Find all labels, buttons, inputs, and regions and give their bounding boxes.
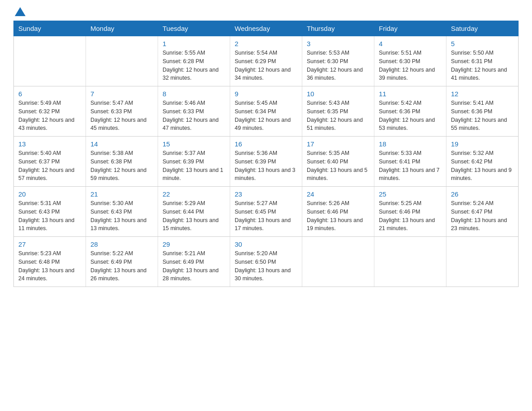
- day-cell: 7Sunrise: 5:47 AMSunset: 6:33 PMDaylight…: [86, 86, 158, 137]
- day-cell: 16Sunrise: 5:36 AMSunset: 6:39 PMDayligh…: [230, 137, 302, 187]
- day-info: Sunrise: 5:33 AMSunset: 6:41 PMDaylight:…: [379, 149, 442, 183]
- day-cell: [302, 237, 374, 287]
- day-number: 18: [379, 140, 442, 148]
- day-number: 3: [307, 40, 369, 47]
- day-info: Sunrise: 5:23 AMSunset: 6:48 PMDaylight:…: [18, 249, 81, 283]
- day-number: 2: [235, 40, 297, 47]
- day-cell: 10Sunrise: 5:43 AMSunset: 6:35 PMDayligh…: [302, 86, 374, 137]
- day-number: 15: [163, 140, 225, 148]
- day-cell: 18Sunrise: 5:33 AMSunset: 6:41 PMDayligh…: [374, 137, 446, 187]
- day-number: 12: [451, 90, 514, 98]
- day-info: Sunrise: 5:50 AMSunset: 6:31 PMDaylight:…: [451, 49, 514, 82]
- day-cell: 19Sunrise: 5:32 AMSunset: 6:42 PMDayligh…: [446, 137, 519, 187]
- day-cell: 4Sunrise: 5:51 AMSunset: 6:30 PMDaylight…: [374, 36, 446, 86]
- day-info: Sunrise: 5:55 AMSunset: 6:28 PMDaylight:…: [163, 49, 225, 82]
- day-cell: 14Sunrise: 5:38 AMSunset: 6:38 PMDayligh…: [86, 137, 158, 187]
- day-number: 19: [451, 140, 514, 148]
- day-number: 24: [307, 190, 369, 198]
- day-number: 8: [163, 90, 225, 98]
- day-number: 29: [163, 240, 225, 248]
- day-cell: 6Sunrise: 5:49 AMSunset: 6:32 PMDaylight…: [14, 86, 86, 137]
- day-cell: [86, 36, 158, 86]
- day-cell: 12Sunrise: 5:41 AMSunset: 6:36 PMDayligh…: [446, 86, 519, 137]
- day-number: 26: [451, 190, 514, 198]
- day-number: 30: [235, 240, 297, 248]
- day-number: 17: [307, 140, 369, 148]
- day-info: Sunrise: 5:43 AMSunset: 6:35 PMDaylight:…: [307, 99, 369, 133]
- weekday-header-tuesday: Tuesday: [158, 21, 230, 36]
- day-cell: 9Sunrise: 5:45 AMSunset: 6:34 PMDaylight…: [230, 86, 302, 137]
- week-row-1: 1Sunrise: 5:55 AMSunset: 6:28 PMDaylight…: [14, 36, 519, 86]
- day-info: Sunrise: 5:26 AMSunset: 6:46 PMDaylight:…: [307, 199, 369, 233]
- week-row-2: 6Sunrise: 5:49 AMSunset: 6:32 PMDaylight…: [14, 86, 519, 137]
- day-cell: 15Sunrise: 5:37 AMSunset: 6:39 PMDayligh…: [158, 137, 230, 187]
- day-cell: 28Sunrise: 5:22 AMSunset: 6:49 PMDayligh…: [86, 237, 158, 287]
- day-cell: 20Sunrise: 5:31 AMSunset: 6:43 PMDayligh…: [14, 187, 86, 237]
- day-number: 22: [163, 190, 225, 198]
- day-info: Sunrise: 5:40 AMSunset: 6:37 PMDaylight:…: [18, 149, 81, 183]
- day-cell: 29Sunrise: 5:21 AMSunset: 6:49 PMDayligh…: [158, 237, 230, 287]
- day-info: Sunrise: 5:29 AMSunset: 6:44 PMDaylight:…: [163, 199, 225, 233]
- day-number: 27: [18, 240, 81, 248]
- day-number: 4: [379, 40, 442, 47]
- day-info: Sunrise: 5:22 AMSunset: 6:49 PMDaylight:…: [90, 249, 153, 283]
- day-number: 28: [90, 240, 153, 248]
- day-info: Sunrise: 5:46 AMSunset: 6:33 PMDaylight:…: [163, 99, 225, 133]
- day-cell: 13Sunrise: 5:40 AMSunset: 6:37 PMDayligh…: [14, 137, 86, 187]
- day-info: Sunrise: 5:49 AMSunset: 6:32 PMDaylight:…: [18, 99, 81, 133]
- day-cell: 1Sunrise: 5:55 AMSunset: 6:28 PMDaylight…: [158, 36, 230, 86]
- day-info: Sunrise: 5:42 AMSunset: 6:36 PMDaylight:…: [379, 99, 442, 133]
- day-number: 7: [90, 90, 153, 98]
- day-info: Sunrise: 5:35 AMSunset: 6:40 PMDaylight:…: [307, 149, 369, 183]
- day-number: 1: [163, 40, 225, 47]
- day-cell: 24Sunrise: 5:26 AMSunset: 6:46 PMDayligh…: [302, 187, 374, 237]
- day-info: Sunrise: 5:31 AMSunset: 6:43 PMDaylight:…: [18, 199, 81, 233]
- day-cell: 23Sunrise: 5:27 AMSunset: 6:45 PMDayligh…: [230, 187, 302, 237]
- day-number: 25: [379, 190, 442, 198]
- day-number: 23: [235, 190, 297, 198]
- day-number: 10: [307, 90, 369, 98]
- day-cell: 3Sunrise: 5:53 AMSunset: 6:30 PMDaylight…: [302, 36, 374, 86]
- day-cell: 25Sunrise: 5:25 AMSunset: 6:46 PMDayligh…: [374, 187, 446, 237]
- day-info: Sunrise: 5:51 AMSunset: 6:30 PMDaylight:…: [379, 49, 442, 82]
- day-number: 14: [90, 140, 153, 148]
- day-info: Sunrise: 5:45 AMSunset: 6:34 PMDaylight:…: [235, 99, 297, 133]
- week-row-4: 20Sunrise: 5:31 AMSunset: 6:43 PMDayligh…: [14, 187, 519, 237]
- weekday-header-monday: Monday: [86, 21, 158, 36]
- day-cell: 17Sunrise: 5:35 AMSunset: 6:40 PMDayligh…: [302, 137, 374, 187]
- day-number: 6: [18, 90, 81, 98]
- day-info: Sunrise: 5:21 AMSunset: 6:49 PMDaylight:…: [163, 249, 225, 283]
- week-row-5: 27Sunrise: 5:23 AMSunset: 6:48 PMDayligh…: [14, 237, 519, 287]
- day-cell: [374, 237, 446, 287]
- logo-blue-part: [13, 9, 26, 16]
- day-cell: 27Sunrise: 5:23 AMSunset: 6:48 PMDayligh…: [14, 237, 86, 287]
- day-info: Sunrise: 5:47 AMSunset: 6:33 PMDaylight:…: [90, 99, 153, 133]
- day-cell: 11Sunrise: 5:42 AMSunset: 6:36 PMDayligh…: [374, 86, 446, 137]
- day-number: 21: [90, 190, 153, 198]
- weekday-header-row: SundayMondayTuesdayWednesdayThursdayFrid…: [14, 21, 519, 36]
- day-number: 11: [379, 90, 442, 98]
- weekday-header-thursday: Thursday: [302, 21, 374, 36]
- day-info: Sunrise: 5:25 AMSunset: 6:46 PMDaylight:…: [379, 199, 442, 233]
- day-cell: [446, 237, 519, 287]
- day-cell: 5Sunrise: 5:50 AMSunset: 6:31 PMDaylight…: [446, 36, 519, 86]
- day-cell: [14, 36, 86, 86]
- day-info: Sunrise: 5:53 AMSunset: 6:30 PMDaylight:…: [307, 49, 369, 82]
- day-number: 5: [451, 40, 514, 47]
- day-cell: 21Sunrise: 5:30 AMSunset: 6:43 PMDayligh…: [86, 187, 158, 237]
- day-info: Sunrise: 5:27 AMSunset: 6:45 PMDaylight:…: [235, 199, 297, 233]
- weekday-header-sunday: Sunday: [14, 21, 86, 36]
- day-cell: 26Sunrise: 5:24 AMSunset: 6:47 PMDayligh…: [446, 187, 519, 237]
- day-info: Sunrise: 5:54 AMSunset: 6:29 PMDaylight:…: [235, 49, 297, 82]
- day-number: 13: [18, 140, 81, 148]
- weekday-header-saturday: Saturday: [446, 21, 519, 36]
- day-info: Sunrise: 5:32 AMSunset: 6:42 PMDaylight:…: [451, 149, 514, 183]
- logo-triangle-icon: [15, 7, 26, 16]
- logo: [13, 9, 26, 16]
- calendar-table: SundayMondayTuesdayWednesdayThursdayFrid…: [13, 21, 519, 287]
- day-info: Sunrise: 5:24 AMSunset: 6:47 PMDaylight:…: [451, 199, 514, 233]
- day-info: Sunrise: 5:41 AMSunset: 6:36 PMDaylight:…: [451, 99, 514, 133]
- day-info: Sunrise: 5:36 AMSunset: 6:39 PMDaylight:…: [235, 149, 297, 183]
- weekday-header-friday: Friday: [374, 21, 446, 36]
- day-cell: 22Sunrise: 5:29 AMSunset: 6:44 PMDayligh…: [158, 187, 230, 237]
